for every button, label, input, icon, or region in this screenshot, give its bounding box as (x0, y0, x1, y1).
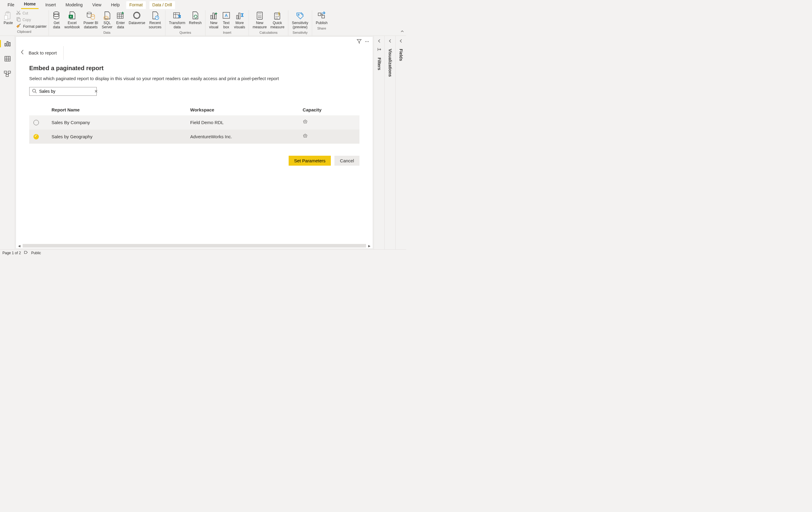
sensitivity-button[interactable]: Sensitivity (preview) (290, 10, 310, 30)
quick-measure-button[interactable]: Quick measure (268, 10, 286, 30)
dataverse-button[interactable]: Dataverse (127, 10, 147, 26)
search-input[interactable] (39, 89, 92, 94)
chevron-left-icon[interactable] (399, 39, 403, 44)
tab-format[interactable]: Format (126, 1, 146, 9)
get-data-button[interactable]: Get data (51, 10, 63, 30)
publish-button[interactable]: Publish (314, 10, 329, 26)
horizontal-scrollbar[interactable]: ◀ ▶ (16, 243, 373, 248)
svg-point-13 (104, 16, 108, 18)
col-workspace: Workspace (186, 104, 298, 115)
visualizations-pane-title: Visualizations (388, 49, 393, 77)
tab-home[interactable]: Home (21, 0, 39, 9)
text-box-icon: A (222, 11, 231, 21)
svg-point-11 (87, 12, 91, 14)
ribbon-group-data: Get data XExcel workbook Power BI datase… (49, 10, 166, 35)
more-visuals-label: More visuals (234, 21, 245, 30)
cut-button[interactable]: Cut (16, 10, 47, 16)
back-chevron-icon[interactable] (20, 49, 24, 57)
new-measure-button[interactable]: New measure (251, 10, 268, 30)
tab-data-drill[interactable]: Data / Drill (149, 1, 175, 9)
rail-report-view[interactable] (2, 39, 13, 49)
table-row[interactable]: Sales by Geography AdventureWorks Inc. (29, 129, 359, 144)
tab-file[interactable]: File (4, 1, 18, 9)
format-painter-label: Format painter (23, 24, 47, 29)
svg-point-33 (258, 16, 259, 16)
enter-data-button[interactable]: Enter data (114, 10, 127, 30)
sql-label: SQL Server (102, 21, 112, 30)
rail-data-view[interactable] (2, 54, 13, 64)
svg-point-3 (16, 13, 18, 14)
search-box[interactable]: ✕ (29, 87, 97, 96)
scroll-right-arrow[interactable]: ▶ (367, 244, 372, 248)
rail-model-view[interactable] (2, 69, 13, 79)
excel-button[interactable]: XExcel workbook (63, 10, 82, 30)
table-row[interactable]: Sales By Company Field Demo RDL (29, 115, 359, 129)
tab-help[interactable]: Help (108, 1, 123, 9)
svg-rect-50 (7, 41, 8, 46)
group-label-clipboard: Clipboard (17, 29, 31, 35)
cell-report-name: Sales By Company (47, 115, 186, 129)
svg-rect-49 (5, 43, 6, 46)
tab-modeling[interactable]: Modeling (62, 1, 86, 9)
svg-rect-58 (8, 71, 10, 73)
copy-icon (16, 17, 21, 23)
sensitivity-icon[interactable] (24, 250, 28, 255)
filters-pane[interactable]: Filters (374, 36, 384, 249)
svg-point-12 (91, 14, 95, 16)
svg-rect-51 (9, 42, 10, 46)
recent-sources-button[interactable]: Recent sources (147, 10, 163, 30)
bookmark-icon[interactable] (377, 47, 382, 53)
tab-view[interactable]: View (89, 1, 104, 9)
chevron-left-icon[interactable] (378, 39, 381, 44)
tag-icon (296, 11, 304, 21)
refresh-label: Refresh (189, 21, 202, 25)
svg-text:A: A (225, 13, 228, 18)
sql-server-button[interactable]: SQL Server (100, 10, 114, 30)
quick-measure-label: Quick measure (270, 21, 284, 30)
new-visual-button[interactable]: New visual (207, 10, 220, 30)
page-indicator[interactable]: Page 1 of 2 (2, 251, 21, 255)
svg-point-19 (134, 12, 140, 19)
svg-rect-40 (276, 14, 279, 15)
separator (63, 46, 64, 60)
tab-insert[interactable]: Insert (42, 1, 59, 9)
more-visuals-button[interactable]: More visuals (232, 10, 247, 30)
svg-rect-32 (258, 13, 262, 14)
dataverse-icon (133, 11, 141, 21)
page-subtitle: Select which paginated report to display… (29, 76, 359, 81)
scroll-left-arrow[interactable]: ◀ (17, 244, 21, 248)
cancel-button[interactable]: Cancel (335, 156, 359, 165)
col-capacity: Capacity (298, 104, 359, 115)
svg-point-8 (54, 14, 59, 17)
clear-search-button[interactable]: ✕ (94, 89, 98, 94)
excel-label: Excel workbook (64, 21, 80, 30)
text-box-button[interactable]: AText box (220, 10, 232, 30)
refresh-button[interactable]: Refresh (187, 10, 203, 26)
svg-rect-52 (5, 56, 10, 61)
radio-selected[interactable] (33, 134, 39, 140)
chevron-left-icon[interactable] (388, 39, 392, 44)
menubar: File Home Insert Modeling View Help Form… (0, 0, 406, 9)
filter-icon[interactable] (356, 38, 362, 45)
transform-icon (173, 11, 182, 21)
sensitivity-status[interactable]: Public (31, 251, 41, 255)
scroll-track[interactable] (23, 244, 366, 247)
back-to-report-link[interactable]: Back to report (29, 50, 57, 55)
copy-button[interactable]: Copy (16, 17, 47, 23)
transform-label: Transform data (169, 21, 185, 30)
database-icon (53, 11, 61, 21)
new-visual-label: New visual (209, 21, 219, 30)
ribbon-collapse-button[interactable] (400, 29, 404, 34)
set-parameters-button[interactable]: Set Parameters (289, 156, 331, 165)
pbi-datasets-button[interactable]: Power BI datasets (82, 10, 100, 30)
paste-button[interactable]: Paste (2, 10, 15, 26)
refresh-icon (191, 11, 200, 21)
radio-unselected[interactable] (33, 120, 39, 125)
visualizations-pane[interactable]: Visualizations (384, 36, 395, 249)
fields-pane[interactable]: Fields (395, 36, 406, 249)
filters-pane-title: Filters (377, 58, 382, 70)
more-options-icon[interactable]: ⋯ (365, 39, 370, 44)
scissors-icon (16, 10, 21, 16)
transform-data-button[interactable]: Transform data (167, 10, 187, 30)
format-painter-button[interactable]: Format painter (16, 24, 47, 29)
